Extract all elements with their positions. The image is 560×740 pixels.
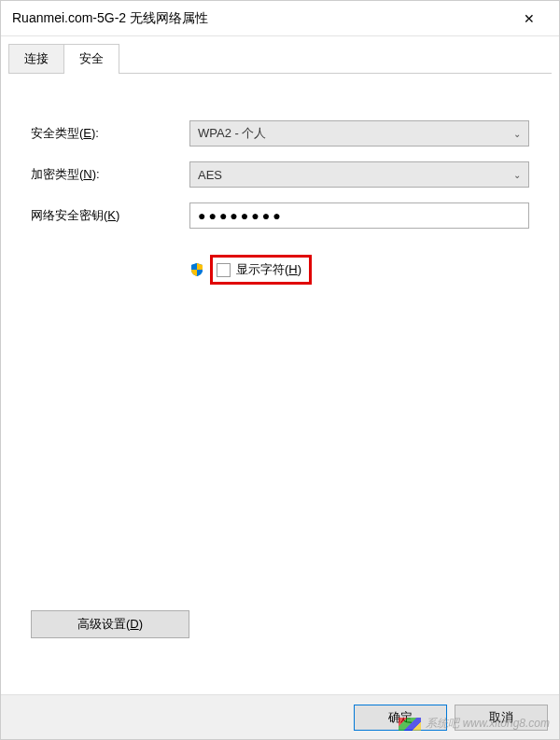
label-show-chars: 显示字符(H) — [236, 261, 301, 278]
checkbox-show-chars[interactable] — [217, 263, 231, 277]
tab-security[interactable]: 安全 — [63, 44, 119, 73]
row-encryption-type: 加密类型(N): AES ⌄ — [31, 161, 529, 188]
ok-button-label: 确定 — [388, 710, 413, 724]
tab-connect-label: 连接 — [24, 51, 49, 65]
tab-connect[interactable]: 连接 — [8, 44, 64, 73]
input-network-key[interactable] — [189, 202, 529, 229]
tab-security-label: 安全 — [79, 51, 104, 65]
shield-icon — [189, 262, 204, 277]
select-security-type-value: WPA2 - 个人 — [198, 125, 266, 142]
tab-panel-security: 安全类型(E): WPA2 - 个人 ⌄ 加密类型(N): AES ⌄ 网络安全… — [1, 74, 559, 694]
row-network-key: 网络安全密钥(K) — [31, 202, 529, 229]
chevron-down-icon: ⌄ — [513, 170, 521, 180]
cancel-button-label: 取消 — [489, 710, 513, 724]
select-security-type[interactable]: WPA2 - 个人 ⌄ — [189, 120, 529, 147]
window-title: Ruanmei.com-5G-2 无线网络属性 — [12, 10, 511, 27]
chevron-down-icon: ⌄ — [513, 129, 521, 139]
label-encryption-type: 加密类型(N): — [31, 166, 189, 183]
label-network-key: 网络安全密钥(K) — [31, 207, 189, 224]
close-button[interactable]: ✕ — [511, 5, 548, 33]
cancel-button[interactable]: 取消 — [455, 705, 548, 731]
advanced-settings-button[interactable]: 高级设置(D) — [31, 610, 189, 638]
highlight-box: 显示字符(H) — [210, 255, 312, 285]
dialog-window: Ruanmei.com-5G-2 无线网络属性 ✕ 连接 安全 安全类型(E):… — [0, 0, 560, 740]
close-icon: ✕ — [524, 11, 535, 26]
row-security-type: 安全类型(E): WPA2 - 个人 ⌄ — [31, 120, 529, 147]
select-encryption-type-value: AES — [198, 168, 222, 182]
row-show-chars: 显示字符(H) — [189, 255, 529, 285]
tab-strip: 连接 安全 — [1, 36, 559, 74]
label-security-type: 安全类型(E): — [31, 125, 189, 142]
dialog-footer: 确定 取消 系统吧 www.xitong8.com — [1, 694, 559, 739]
select-encryption-type[interactable]: AES ⌄ — [189, 161, 529, 188]
titlebar: Ruanmei.com-5G-2 无线网络属性 ✕ — [1, 1, 559, 36]
ok-button[interactable]: 确定 — [354, 705, 447, 731]
